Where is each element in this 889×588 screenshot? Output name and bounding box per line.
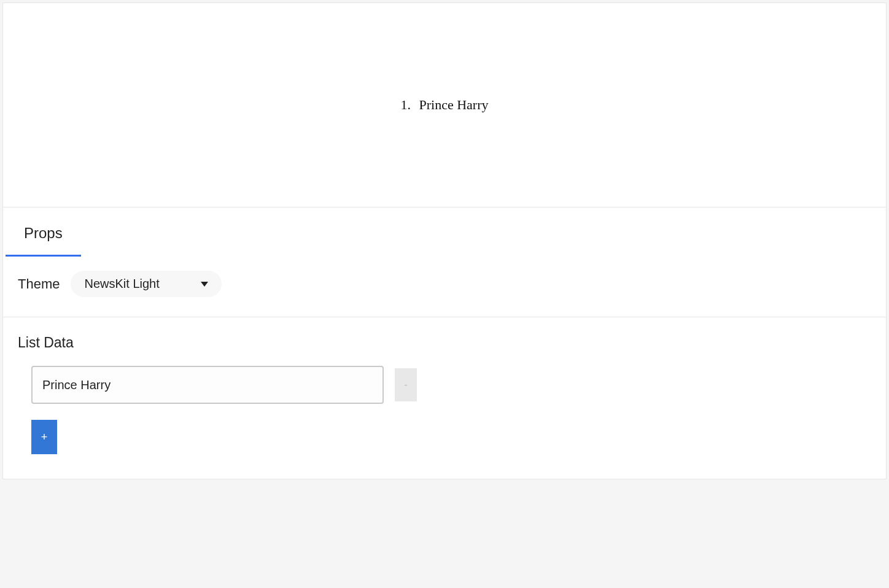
theme-label: Theme	[18, 276, 60, 292]
minus-icon: -	[404, 380, 407, 390]
list-data-title: List Data	[18, 335, 871, 351]
preview-panel: 1. Prince Harry	[2, 2, 887, 207]
list-text: Prince Harry	[419, 97, 488, 112]
chevron-down-icon	[201, 282, 208, 287]
list-data-panel: List Data - +	[2, 317, 887, 479]
theme-row: Theme NewsKit Light	[3, 256, 886, 317]
add-item-button[interactable]: +	[31, 420, 57, 454]
list-data-input[interactable]	[31, 366, 384, 404]
list-marker: 1.	[400, 97, 411, 112]
list-data-row: -	[31, 366, 871, 404]
preview-list-item: 1. Prince Harry	[400, 97, 488, 113]
tabs-row: Props	[3, 207, 886, 256]
tab-props[interactable]: Props	[6, 207, 81, 255]
tab-props-label: Props	[24, 225, 63, 241]
plus-icon: +	[41, 431, 48, 444]
tabs-panel: Props Theme NewsKit Light	[2, 207, 887, 317]
theme-select[interactable]: NewsKit Light	[71, 271, 222, 297]
theme-select-value: NewsKit Light	[84, 277, 159, 291]
remove-item-button[interactable]: -	[395, 368, 417, 401]
